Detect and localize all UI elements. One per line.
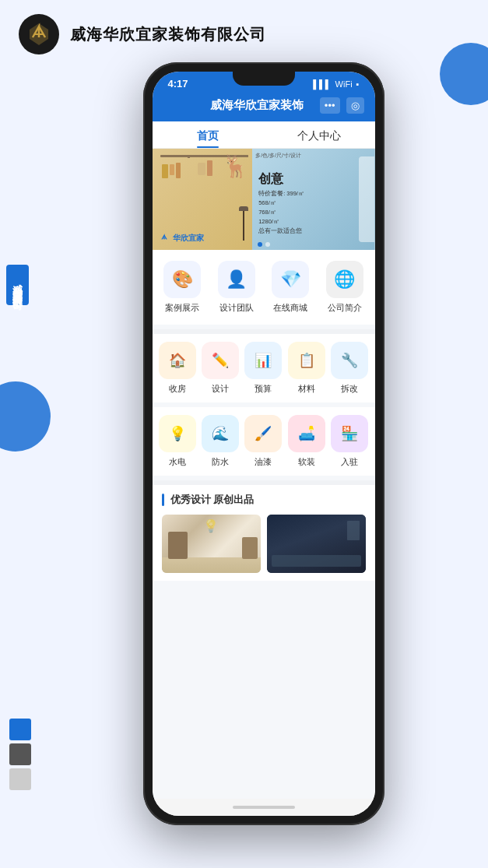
waterproof-icon: 🌊: [202, 415, 239, 452]
phone-body: 4:17 ▌▌▌ WiFi ▪ 威海华欣宜家装饰 ••• ◎ 首页: [143, 62, 384, 825]
banner-left: 🦌 华欣宜家: [153, 149, 253, 250]
quality-section: 优秀设计 原创出品 💡: [153, 485, 375, 581]
quality-title: 优秀设计 原创出品: [170, 493, 255, 507]
main-scroll-content: 🎨 案例展示 👤 设计团队 💎 在线商城 🌐: [153, 250, 375, 799]
waterproof-label: 防水: [212, 456, 229, 468]
grid-item-waterproof[interactable]: 🌊 防水: [202, 415, 240, 468]
grid-section-2: 🏠 收房 ✏️ 设计 📊 预算 📋 材料: [153, 334, 375, 402]
grid-item-budget[interactable]: 📊 预算: [244, 342, 283, 395]
grid-section-1: 🎨 案例展示 👤 设计团队 💎 在线商城 🌐: [153, 250, 375, 325]
deer-icon: 🦌: [222, 153, 249, 179]
icon-grid-5-row1: 🏠 收房 ✏️ 设计 📊 预算 📋 材料: [159, 342, 369, 395]
design-team-label: 设计团队: [219, 302, 254, 314]
settle-label: 入驻: [341, 456, 358, 468]
phone-mockup: 4:17 ▌▌▌ WiFi ▪ 威海华欣宜家装饰 ••• ◎ 首页: [47, 62, 480, 825]
dark-room-img: [267, 515, 366, 573]
living-room-img: 💡: [162, 515, 261, 573]
design-icon: ✏️: [202, 342, 239, 379]
swatch-dark[interactable]: [9, 743, 31, 765]
electric-icon: 💡: [159, 415, 196, 452]
grid-item-collect[interactable]: 🏠 收房: [159, 342, 197, 395]
tab-personal-center[interactable]: 个人中心: [264, 121, 375, 148]
page-header: 威海华欣宜家装饰有限公司: [0, 0, 488, 62]
grid-item-settle[interactable]: 🏪 入驻: [330, 415, 368, 468]
banner-dots: [258, 242, 270, 247]
status-time: 4:17: [168, 78, 188, 90]
swatch-gray[interactable]: [9, 768, 31, 790]
quality-header: 优秀设计 原创出品: [162, 493, 366, 507]
grid-item-electric[interactable]: 💡 水电: [159, 415, 197, 468]
battery-icon: ▪: [356, 79, 360, 89]
settle-icon: 🏪: [331, 415, 368, 452]
electric-label: 水电: [169, 456, 186, 468]
grid-item-soft-decor[interactable]: 🛋️ 软装: [287, 415, 325, 468]
budget-label: 预算: [255, 383, 272, 395]
grid-item-design-team[interactable]: 👤 设计团队: [212, 261, 261, 314]
design-label: 设计: [212, 383, 229, 395]
budget-icon: 📊: [244, 342, 282, 379]
company-logo: [19, 14, 59, 54]
design-team-icon: 👤: [218, 261, 255, 298]
banner: 🦌 华欣宜家: [153, 149, 375, 250]
banner-subtitle-text: 多/色/多/尺/寸/设计: [255, 152, 301, 160]
grid-item-paint[interactable]: 🖌️ 油漆: [244, 415, 283, 468]
home-bar-indicator: [233, 806, 295, 809]
signal-icon: ▌▌▌: [313, 79, 331, 89]
status-icons: ▌▌▌ WiFi ▪: [313, 79, 359, 89]
color-swatches-panel: [9, 719, 31, 790]
soft-decor-icon: 🛋️: [288, 415, 325, 452]
soft-decor-label: 软装: [298, 456, 315, 468]
phone-notch: [233, 72, 295, 86]
grid-item-store[interactable]: 💎 在线商城: [267, 261, 315, 314]
nav-tabs: 首页 个人中心: [153, 121, 375, 149]
icon-grid-5-row2: 💡 水电 🌊 防水 🖌️ 油漆 🛋️ 软: [159, 415, 369, 468]
wifi-icon: WiFi: [335, 79, 353, 89]
banner-logo-text: 华欣宜家: [173, 233, 204, 244]
paint-icon: 🖌️: [244, 415, 282, 452]
app-header-bar: 威海华欣宜家装饰 ••• ◎: [153, 93, 375, 121]
more-button[interactable]: •••: [320, 97, 340, 114]
collect-label: 收房: [169, 383, 186, 395]
showcase-icon: 🎨: [163, 261, 201, 298]
header-action-icons: ••• ◎: [320, 97, 364, 114]
collect-icon: 🏠: [159, 342, 196, 379]
deco-circle-left: [0, 381, 51, 452]
grid-item-renovation[interactable]: 🔧 拆改: [330, 342, 368, 395]
paint-label: 油漆: [255, 456, 272, 468]
quality-image-1[interactable]: 💡: [162, 515, 261, 573]
grid-item-showcase[interactable]: 🎨 案例展示: [159, 261, 207, 314]
renovation-icon: 🔧: [331, 342, 368, 379]
banner-right: 多/色/多/尺/寸/设计 创意 特价套餐: 399/㎡568/㎡768/㎡128…: [252, 149, 374, 250]
material-icon: 📋: [288, 342, 325, 379]
company-name-heading: 威海华欣宜家装饰有限公司: [70, 24, 266, 45]
quality-image-2[interactable]: [267, 515, 366, 573]
grid-item-company[interactable]: 🌐 公司简介: [321, 261, 369, 314]
banner-content: 🦌 华欣宜家: [153, 149, 375, 250]
renovation-label: 拆改: [341, 383, 358, 395]
company-icon: 🌐: [326, 261, 363, 298]
banner-logo: 华欣宜家: [159, 233, 204, 244]
store-label: 在线商城: [273, 302, 307, 314]
bottom-spacing: [153, 581, 375, 596]
banner-creative-text: 创意: [258, 171, 368, 188]
grid-item-material[interactable]: 📋 材料: [287, 342, 325, 395]
app-title: 威海华欣宜家装饰: [195, 98, 320, 113]
side-company-label: 威海华欣宜家装饰有限公司: [6, 265, 29, 305]
home-bar: [153, 799, 375, 816]
material-label: 材料: [298, 383, 315, 395]
tab-home[interactable]: 首页: [153, 121, 264, 148]
store-icon: 💎: [272, 261, 309, 298]
quality-bar-indicator: [162, 494, 164, 506]
icon-grid-4: 🎨 案例展示 👤 设计团队 💎 在线商城 🌐: [159, 261, 369, 314]
company-label: 公司简介: [328, 302, 362, 314]
banner-dot-2: [265, 242, 270, 247]
phone-screen: 4:17 ▌▌▌ WiFi ▪ 威海华欣宜家装饰 ••• ◎ 首页: [153, 72, 375, 816]
grid-section-3: 💡 水电 🌊 防水 🖌️ 油漆 🛋️ 软: [153, 407, 375, 476]
showcase-label: 案例展示: [165, 302, 199, 314]
scan-button[interactable]: ◎: [346, 97, 364, 114]
banner-price-text: 特价套餐: 399/㎡568/㎡768/㎡1280/㎡总有一款适合您: [258, 189, 368, 236]
banner-dot-1: [258, 242, 262, 247]
quality-images-grid: 💡: [162, 515, 366, 573]
grid-item-design[interactable]: ✏️ 设计: [202, 342, 240, 395]
swatch-blue[interactable]: [9, 719, 31, 740]
